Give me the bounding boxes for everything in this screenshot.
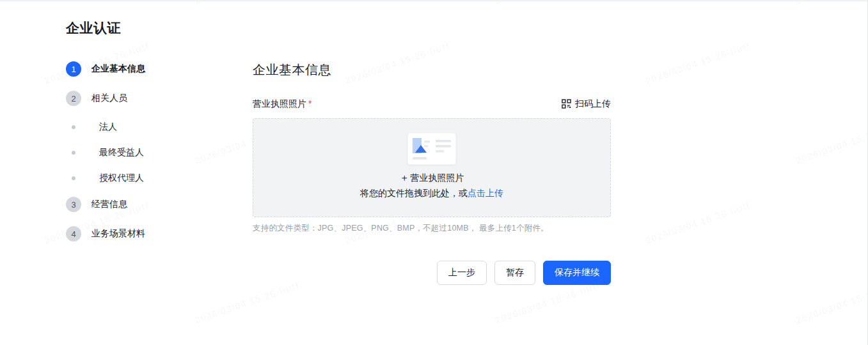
substep-legal-person[interactable]: 法人: [66, 120, 253, 134]
field-label-row: 营业执照照片*: [253, 98, 312, 110]
step-3-label: 经营信息: [91, 199, 127, 210]
section-title: 企业基本信息: [253, 61, 611, 79]
license-upload-dropzone[interactable]: ＋营业执照照片 将您的文件拖拽到此处，或点击上传: [253, 118, 611, 217]
step-2-label: 相关人员: [91, 93, 127, 104]
scan-upload-button[interactable]: 扫码上传: [562, 98, 611, 110]
substep-authorized-agent-label: 授权代理人: [99, 172, 144, 184]
step-1-badge: 1: [66, 61, 81, 77]
top-border: [0, 0, 867, 2]
previous-step-button[interactable]: 上一步: [437, 261, 487, 285]
plus-icon: ＋: [400, 172, 409, 184]
step-business-info[interactable]: 3 经营信息: [66, 197, 253, 212]
click-upload-link[interactable]: 点击上传: [468, 188, 503, 198]
form-actions: 上一步 暂存 保存并继续: [253, 261, 611, 285]
step-2-badge: 2: [66, 91, 81, 106]
step-related-persons[interactable]: 2 相关人员: [66, 91, 253, 106]
step-1-label: 企业基本信息: [91, 63, 145, 75]
file-type-helper-text: 支持的文件类型：JPG、JPEG、PNG、BMP，不超过10MB， 最多上传1个…: [253, 223, 611, 234]
bullet-dot-icon: [72, 125, 75, 129]
steps-sidebar: 1 企业基本信息 2 相关人员 法人 最终受益人 授权代理人 3 经营信息: [66, 61, 253, 285]
qr-code-icon: [562, 99, 571, 109]
step-basic-info[interactable]: 1 企业基本信息: [66, 61, 253, 77]
substep-legal-person-label: 法人: [99, 121, 117, 133]
page-title: 企业认证: [66, 19, 867, 37]
required-asterisk: *: [308, 98, 312, 109]
dropzone-title-row: ＋营业执照照片: [400, 172, 464, 184]
step-4-label: 业务场景材料: [91, 228, 145, 240]
step-4-badge: 4: [66, 226, 81, 241]
drag-hint-text: 将您的文件拖拽到此处，或: [360, 188, 468, 198]
license-photo-label: 营业执照照片: [253, 98, 306, 109]
step-scenario-materials[interactable]: 4 业务场景材料: [66, 226, 253, 241]
bullet-dot-icon: [72, 151, 75, 155]
bullet-dot-icon: [72, 176, 75, 180]
substep-beneficiary-label: 最终受益人: [99, 147, 144, 158]
business-license-icon: [407, 133, 456, 165]
substep-beneficiary[interactable]: 最终受益人: [66, 146, 253, 160]
substep-authorized-agent[interactable]: 授权代理人: [66, 171, 253, 185]
save-and-continue-button[interactable]: 保存并继续: [543, 261, 611, 285]
dropzone-title: 营业执照照片: [411, 172, 464, 184]
dropzone-hint-row: 将您的文件拖拽到此处，或点击上传: [360, 188, 503, 199]
step-3-badge: 3: [66, 197, 81, 212]
basic-info-form: 企业基本信息 营业执照照片*: [253, 61, 611, 285]
enterprise-verification-page: 企业认证 1 企业基本信息 2 相关人员 法人 最终受益人 授权代理人: [0, 0, 867, 285]
temp-save-button[interactable]: 暂存: [494, 261, 535, 285]
scan-upload-label: 扫码上传: [575, 98, 611, 110]
